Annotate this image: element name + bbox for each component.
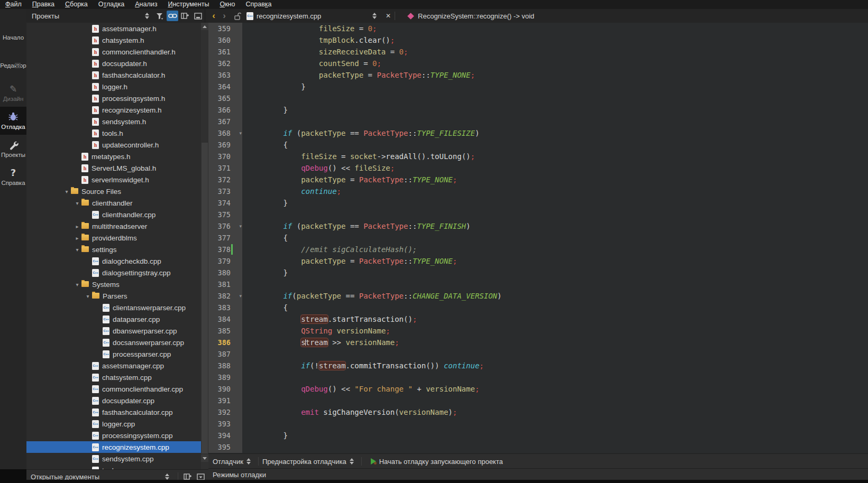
gutter[interactable]: 393 [208, 418, 242, 430]
line-number[interactable]: 392 [208, 406, 242, 418]
gutter[interactable]: 365 [208, 92, 242, 104]
tree-item-tools.cpp[interactable]: tools.cpp [26, 465, 201, 469]
tree-item-fasthashcalculator.h[interactable]: fasthashcalculator.h [26, 69, 201, 81]
code-line[interactable]: 369 { [208, 139, 868, 151]
tree-item-recognizesystem.cpp[interactable]: recognizesystem.cpp [26, 441, 201, 453]
line-number[interactable]: 376 [208, 220, 242, 232]
code-line[interactable]: 382▾ if(packetType == PacketType::CHANGE… [208, 290, 868, 302]
gutter[interactable]: 368▾ [208, 127, 242, 139]
code-line[interactable]: 378 //emit sigCalculateHash(); [208, 244, 868, 255]
code-line[interactable]: 361 sizeReceiveData = 0; [208, 46, 868, 58]
gutter[interactable]: 379 [208, 255, 242, 267]
code-line[interactable]: 390 qDebug() << "For change " + versionN… [208, 383, 868, 395]
tree-item-clienthandler.cpp[interactable]: clienthandler.cpp [26, 209, 201, 220]
line-number[interactable]: 389 [208, 371, 242, 383]
debugger-combo-spinner[interactable] [246, 458, 251, 465]
code-line[interactable]: 383 { [208, 302, 868, 313]
close-document-icon[interactable]: ✕ [386, 12, 391, 20]
gutter[interactable]: 366 [208, 104, 242, 116]
code-line[interactable]: 394 } [208, 430, 868, 441]
chevron-down-icon[interactable]: ▾ [62, 189, 71, 194]
code-line[interactable]: 362 countSend = 0; [208, 58, 868, 69]
code-line[interactable]: 392 emit sigChangeVersion(versionName); [208, 406, 868, 418]
gutter[interactable]: 376▾ [208, 220, 242, 232]
chevron-down-icon[interactable]: ▾ [84, 293, 92, 299]
gutter[interactable]: 378 [208, 244, 242, 255]
gutter[interactable]: 386 [208, 337, 242, 348]
code-line[interactable]: 368▾ if (packetType == PacketType::TYPE_… [208, 127, 868, 139]
tree-item-docsupdater.cpp[interactable]: docsupdater.cpp [26, 395, 201, 406]
gutter[interactable]: 390 [208, 383, 242, 395]
chevron-right-icon[interactable]: ▸ [73, 235, 81, 241]
line-number[interactable]: 377 [208, 232, 242, 244]
back-icon[interactable]: ‹ [208, 10, 219, 22]
line-number[interactable]: 364 [208, 81, 242, 92]
line-number[interactable]: 395 [208, 441, 242, 453]
line-number[interactable]: 373 [208, 185, 242, 197]
code-line[interactable]: 385 QString versionName; [208, 325, 868, 337]
line-number[interactable]: 362 [208, 58, 242, 69]
tree-item-updatecontroller.h[interactable]: updatecontroller.h [26, 139, 201, 151]
chevron-down-icon[interactable]: ▾ [73, 282, 81, 287]
code-line[interactable]: 395 [208, 441, 868, 453]
tree-item-processparser.cpp[interactable]: processparser.cpp [26, 348, 201, 360]
tree-item-Source Files[interactable]: ▾Source Files [26, 185, 201, 197]
chevron-down-icon[interactable]: ▾ [73, 200, 81, 206]
forward-icon[interactable]: › [219, 10, 230, 22]
tree-item-assetsmanager.h[interactable]: assetsmanager.h [26, 23, 201, 34]
chevron-right-icon[interactable]: ▸ [73, 224, 81, 229]
current-symbol[interactable]: RecognizeSystem::recognize() -> void [418, 12, 534, 20]
code-line[interactable]: 359 fileSize = 0; [208, 23, 868, 34]
code-line[interactable]: 386 stream >> versionName; [208, 337, 868, 348]
code-line[interactable]: 374 } [208, 197, 868, 209]
tree-item-processingsystem.cpp[interactable]: processingsystem.cpp [26, 430, 201, 441]
gutter[interactable]: 384 [208, 313, 242, 325]
line-number[interactable]: 387 [208, 348, 242, 360]
close-pane-icon[interactable] [192, 11, 204, 21]
tree-item-metatypes.h[interactable]: metatypes.h [26, 151, 201, 162]
code-line[interactable]: 370 fileSize = socket->readAll().toULong… [208, 151, 868, 162]
tree-item-Parsers[interactable]: ▾Parsers [26, 290, 201, 302]
start-debug-label[interactable]: Начать отладку запускающего проекта [379, 458, 503, 466]
filter-icon[interactable] [154, 11, 166, 21]
start-debug-icon[interactable] [371, 458, 376, 465]
line-number[interactable]: 372 [208, 174, 242, 185]
gutter[interactable]: 363 [208, 69, 242, 81]
tree-item-assetsmanager.cpp[interactable]: assetsmanager.cpp [26, 360, 201, 371]
code-line[interactable]: 389 [208, 371, 868, 383]
gutter[interactable]: 374 [208, 197, 242, 209]
code-line[interactable]: 387 [208, 348, 868, 360]
sidebar-mode-Проекты[interactable]: Проекты [0, 135, 26, 163]
code-editor[interactable]: 359 fileSize = 0;360 tmpBlock.clear();36… [208, 23, 868, 453]
gutter[interactable]: 377 [208, 232, 242, 244]
gutter[interactable]: 380 [208, 267, 242, 278]
debugger-preset-combo-label[interactable]: Преднастройка отладчика [262, 458, 346, 466]
menu-Справка[interactable]: Справка [240, 0, 277, 9]
gutter[interactable]: 361 [208, 46, 242, 58]
gutter[interactable]: 375 [208, 209, 242, 220]
scrollbar-thumb[interactable] [202, 143, 208, 453]
tree-item-commonclienthandler.h[interactable]: commonclienthandler.h [26, 46, 201, 58]
tree-item-chatsystem.cpp[interactable]: chatsystem.cpp [26, 371, 201, 383]
gutter[interactable]: 382▾ [208, 290, 242, 302]
code-line[interactable]: 393 [208, 418, 868, 430]
gutter[interactable]: 392 [208, 406, 242, 418]
tree-item-tools.h[interactable]: tools.h [26, 127, 201, 139]
gutter[interactable]: 387 [208, 348, 242, 360]
line-number[interactable]: 359 [208, 23, 242, 34]
tree-item-sendsystem.h[interactable]: sendsystem.h [26, 116, 201, 127]
menu-Инструменты[interactable]: Инструменты [162, 0, 214, 9]
code-line[interactable]: 371 qDebug() << fileSize; [208, 162, 868, 174]
line-number[interactable]: 379 [208, 255, 242, 267]
line-number[interactable]: 383 [208, 302, 242, 313]
code-line[interactable]: 379 packetType = PacketType::TYPE_NONE; [208, 255, 868, 267]
tree-item-commonclienthandler.cpp[interactable]: commonclienthandler.cpp [26, 383, 201, 395]
fold-marker-icon[interactable]: ▾ [239, 220, 242, 232]
code-line[interactable]: 381 [208, 278, 868, 290]
menu-Файл[interactable]: Файл [0, 0, 27, 9]
code-line[interactable]: 388 if(!stream.commitTransaction()) cont… [208, 360, 868, 371]
gutter[interactable]: 391 [208, 395, 242, 406]
line-number[interactable]: 394 [208, 430, 242, 441]
gutter[interactable]: 389 [208, 371, 242, 383]
scroll-up-icon[interactable] [201, 23, 208, 30]
